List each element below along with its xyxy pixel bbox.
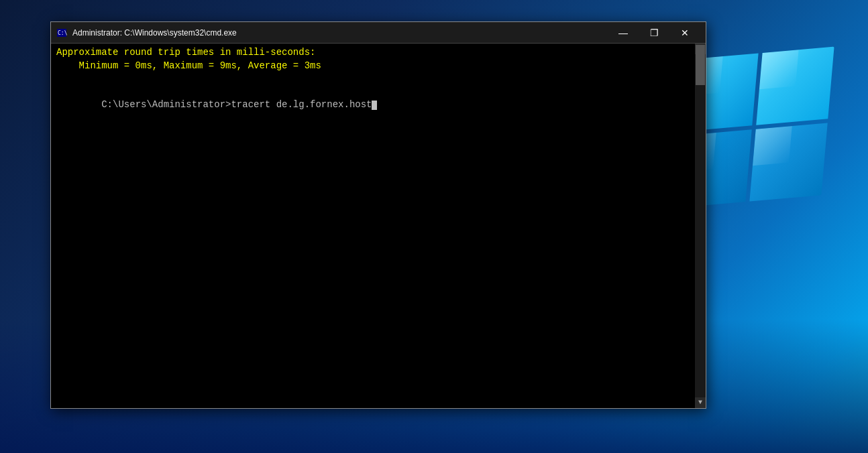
title-bar: C:\ Administrator: C:\Windows\system32\c… <box>51 22 706 44</box>
terminal-cursor <box>372 101 377 110</box>
svg-text:C:\: C:\ <box>58 30 67 36</box>
window-controls: — ❐ ✕ <box>608 22 700 44</box>
terminal-text-area: Approximate round trip times in milli-se… <box>51 44 695 408</box>
close-button[interactable]: ✕ <box>669 22 700 44</box>
terminal-line-2: Minimum = 0ms, Maximum = 9ms, Average = … <box>56 60 690 73</box>
cmd-window-icon: C:\ <box>56 27 67 38</box>
win-logo-pane-tr <box>756 47 834 125</box>
terminal-line-3 <box>56 72 690 86</box>
maximize-button[interactable]: ❐ <box>639 22 669 44</box>
scrollbar-track[interactable]: ▲ ▼ <box>695 44 706 408</box>
minimize-button[interactable]: — <box>608 22 639 44</box>
terminal-content-area[interactable]: Approximate round trip times in milli-se… <box>51 44 706 408</box>
window-title: Administrator: C:\Windows\system32\cmd.e… <box>72 28 608 38</box>
win-logo-pane-br <box>749 123 827 201</box>
terminal-line-4: C:\Users\Administrator>tracert de.lg.for… <box>56 86 690 125</box>
scrollbar-thumb[interactable] <box>696 45 705 85</box>
scrollbar-arrow-down[interactable]: ▼ <box>695 397 706 408</box>
terminal-line-1: Approximate round trip times in milli-se… <box>56 46 690 60</box>
cmd-window: C:\ Administrator: C:\Windows\system32\c… <box>50 21 706 409</box>
